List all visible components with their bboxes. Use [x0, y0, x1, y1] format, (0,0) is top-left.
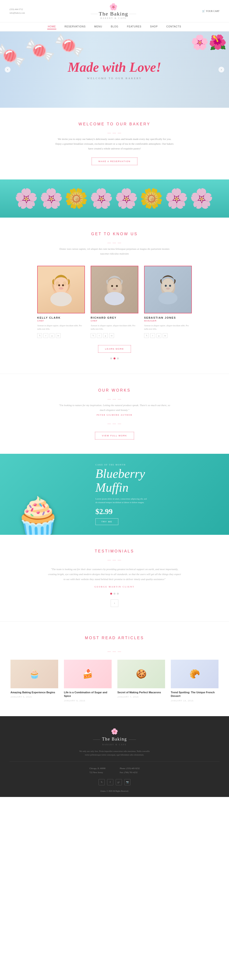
nav-contacts[interactable]: CONTACTS: [166, 24, 181, 29]
footer-address2: 722 New Jersey: [90, 770, 106, 774]
footer-phone: Phone: (333) 445-9232: [120, 767, 140, 770]
nav-reservations[interactable]: RESERVATIONS: [64, 24, 86, 29]
svg-point-7: [59, 287, 64, 290]
footer-facebook-icon[interactable]: f: [107, 779, 113, 785]
hero-flowers-decoration: 🌸🌺: [191, 34, 227, 51]
article-1-title[interactable]: Amazing Baking Experience Begins: [11, 690, 58, 694]
nav-blog[interactable]: BLOG: [110, 24, 119, 29]
kelly-google-icon[interactable]: g: [50, 333, 54, 338]
svg-point-20: [159, 292, 178, 304]
testimonials-title: TESTIMONIALS: [10, 549, 219, 554]
welcome-dashes: — — —: [10, 131, 219, 135]
testimonials-prev-button[interactable]: ›: [110, 600, 119, 607]
article-2-title[interactable]: Life is a Combination of Sugar and Spice: [64, 690, 112, 698]
works-dashes: — — —: [10, 397, 219, 401]
footer-google-plus-icon[interactable]: g+: [116, 779, 122, 785]
footer-logo-subtitle: BAKERY & CAFE: [10, 744, 219, 746]
site-header: (333) 444-5712 info@bakery.com 🌸 The Bak…: [0, 0, 229, 22]
header-logo[interactable]: 🌸 The Baking BAKERY & CAFE: [91, 3, 136, 19]
works-author: PETER GILMORE AUTHOR: [10, 414, 219, 416]
product-feature-section: 🧁 Cake of the month BlueberryMuffin Lore…: [0, 454, 229, 535]
footer-twitter-icon[interactable]: 𝕏: [99, 779, 105, 785]
testimonial-dot-3[interactable]: [117, 593, 119, 595]
richard-linkedin-icon[interactable]: in: [109, 333, 114, 338]
welcome-section: WELCOME TO OUR BAKERY — — — We invite yo…: [0, 108, 229, 180]
testimonial-dot-2[interactable]: [114, 593, 115, 595]
article-4-image: 🥐: [171, 660, 218, 688]
view-full-work-button[interactable]: VIEW FULL WORK: [95, 432, 134, 439]
footer-copyright: Zemez. © 2020 All Rights Reserved.: [10, 790, 219, 792]
kelly-clark-name: KELLY CLARK: [37, 316, 85, 319]
sebastian-google-icon[interactable]: g: [157, 333, 161, 338]
team-title: GET TO KNOW US: [10, 232, 219, 236]
site-footer: 🌸 The Baking BAKERY & CAFE We only use o…: [0, 716, 229, 797]
articles-section: MOST READ ARTICLES — — — 🧁 Amazing Bakin…: [0, 621, 229, 716]
nav-home[interactable]: HOME: [47, 24, 56, 29]
article-4-title[interactable]: Trend Spotting: The Unique French Desser…: [171, 690, 218, 698]
richard-facebook-icon[interactable]: f: [97, 333, 102, 338]
testimonial-quote: "The team is looking out for their dear …: [48, 567, 181, 582]
reservation-button[interactable]: MAKE A RESERVATION: [91, 158, 138, 165]
footer-address1: Chicago, IL 60098: [90, 767, 106, 770]
header-phone: (333) 444-5712: [10, 8, 25, 11]
kelly-clark-social: 𝕏 f g in: [37, 333, 85, 338]
sebastian-jones-social: 𝕏 f g in: [144, 333, 192, 338]
article-1-icon: 🧁: [29, 669, 40, 679]
svg-point-11: [111, 285, 113, 287]
footer-phone-info: Phone: (333) 445-9232 Fax: (766) 781-423…: [120, 767, 140, 774]
nav-shop[interactable]: SHOP: [150, 24, 158, 29]
hero-next-button[interactable]: ›: [218, 67, 224, 72]
floral-banner: 🌸🌸🌼🌸🌸🌼🌸🌸: [0, 180, 229, 218]
nav-features[interactable]: FEATURES: [127, 24, 142, 29]
kelly-linkedin-icon[interactable]: in: [56, 333, 61, 338]
testimonial-dot-1[interactable]: [110, 593, 112, 595]
header-cart[interactable]: 🛒 YOUR CART: [202, 10, 219, 13]
footer-copyright-link[interactable]: Zemez. © 2020 All Rights Reserved.: [101, 790, 128, 792]
footer-instagram-icon[interactable]: 📷: [124, 779, 130, 785]
footer-logo-icon: 🌸: [10, 728, 219, 735]
team-section: GET TO KNOW US — — — Donec non cursus sa…: [0, 218, 229, 374]
product-description: Lorem ipsum dolor sit amet, consectetur …: [95, 497, 148, 504]
article-3-image: 🍪: [117, 660, 165, 688]
header-email: info@bakery.com: [10, 11, 25, 14]
team-card-kelly-clark: KELLY CLARK CHEF Aenean in aliquet sapie…: [37, 266, 85, 338]
try-me-button[interactable]: TRY ME: [95, 519, 119, 525]
sebastian-jones-photo: [144, 266, 191, 313]
sebastian-facebook-icon[interactable]: f: [150, 333, 155, 338]
svg-point-18: [169, 285, 171, 287]
welcome-title: WELCOME TO OUR BAKERY: [10, 122, 219, 126]
logo-flower-icon: 🌸: [91, 3, 136, 11]
nav-menu[interactable]: MENU: [94, 24, 102, 29]
learn-more-wrap: LEARN MORE: [10, 345, 219, 353]
article-3-title[interactable]: Secret of Making Perfect Macarons: [117, 690, 165, 694]
svg-point-6: [62, 284, 64, 286]
testimonials-section: TESTIMONIALS — — — "The team is looking …: [0, 535, 229, 621]
article-3: 🍪 Secret of Making Perfect Macarons JANU…: [117, 660, 165, 702]
svg-point-8: [50, 292, 72, 306]
team-dot-3[interactable]: [117, 358, 119, 360]
learn-more-button[interactable]: LEARN MORE: [98, 345, 131, 353]
team-dot-2[interactable]: [114, 358, 115, 360]
team-card-sebastian-img: [144, 266, 192, 313]
sebastian-jones-name: SEBASTIAN JONES: [144, 316, 192, 319]
richard-google-icon[interactable]: g: [103, 333, 108, 338]
article-1-date: JANUARY 5, 2015: [11, 696, 58, 698]
footer-social: 𝕏 f g+ 📷: [10, 779, 219, 785]
sebastian-twitter-icon[interactable]: 𝕏: [144, 333, 149, 338]
works-section: OUR WORKS — — — "I'm looking to nature f…: [0, 374, 229, 454]
articles-grid: 🧁 Amazing Baking Experience Begins JANUA…: [10, 660, 219, 702]
svg-point-10: [108, 278, 121, 294]
header-contact-info: (333) 444-5712 info@bakery.com: [10, 8, 25, 14]
kelly-clark-photo: [38, 266, 85, 313]
article-4: 🥐 Trend Spotting: The Unique French Dess…: [171, 660, 218, 702]
richard-twitter-icon[interactable]: 𝕏: [91, 333, 95, 338]
team-dot-1[interactable]: [110, 358, 112, 360]
kelly-twitter-icon[interactable]: 𝕏: [37, 333, 42, 338]
sebastian-linkedin-icon[interactable]: in: [163, 333, 167, 338]
team-card-richard-grey: RICHARD GREY CHEF Aenean in aliquet sapi…: [91, 266, 138, 338]
richard-grey-role: CHEF: [91, 320, 138, 322]
kelly-facebook-icon[interactable]: f: [43, 333, 48, 338]
article-4-icon: 🥐: [189, 669, 200, 679]
article-2-image: 🍰: [64, 660, 112, 688]
footer-info: Chicago, IL 60098 722 New Jersey Phone: …: [10, 767, 219, 774]
